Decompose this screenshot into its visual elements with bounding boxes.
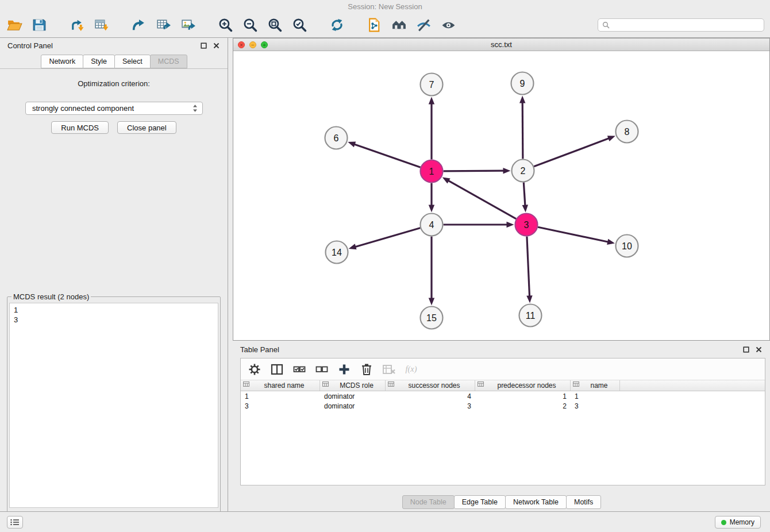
export-table-button[interactable] <box>155 17 172 34</box>
memory-button-label: Memory <box>730 518 754 526</box>
deselect-all-icon <box>314 362 329 377</box>
panel-menu-button[interactable] <box>7 516 23 529</box>
window-title: Session: New Session <box>348 2 422 11</box>
refresh-view-button[interactable] <box>328 17 345 34</box>
table-cell[interactable]: 3 <box>386 402 475 410</box>
close-window-icon[interactable]: × <box>238 41 245 48</box>
network-edge-2-8[interactable] <box>534 136 615 167</box>
network-node-7[interactable]: 7 <box>421 74 443 96</box>
column-header-successor-nodes[interactable]: successor nodes <box>386 380 475 391</box>
network-node-10[interactable]: 10 <box>616 235 638 257</box>
network-node-14[interactable]: 14 <box>326 241 348 264</box>
export-network-button[interactable] <box>130 17 147 34</box>
network-node-9[interactable]: 9 <box>511 72 534 95</box>
table-settings-gear-button[interactable] <box>247 361 262 377</box>
column-header-mcds-role[interactable]: MCDS role <box>320 380 386 391</box>
import-network-button[interactable] <box>68 17 85 34</box>
tab-edge-table[interactable]: Edge Table <box>454 495 506 509</box>
table-row[interactable]: 3dominator323 <box>241 401 765 411</box>
select-arrows-icon <box>192 104 198 113</box>
table-tabs: Node TableEdge TableNetwork TableMotifs <box>233 495 770 509</box>
add-row-button[interactable] <box>336 361 352 377</box>
zoom-out-button[interactable] <box>241 17 259 34</box>
clone-network-button[interactable] <box>365 17 383 34</box>
float-table-panel-icon[interactable] <box>742 346 750 353</box>
tab-motifs[interactable]: Motifs <box>566 495 601 509</box>
network-edge-4-15[interactable] <box>429 237 434 306</box>
show-column-button[interactable] <box>269 361 284 377</box>
save-session-button[interactable] <box>30 17 48 34</box>
tab-node-table[interactable]: Node Table <box>402 495 455 509</box>
close-table-panel-icon[interactable] <box>755 346 763 353</box>
float-panel-icon[interactable] <box>200 42 207 49</box>
network-edge-2-9[interactable] <box>519 95 525 159</box>
network-node-11[interactable]: 11 <box>519 304 542 327</box>
network-edge-3-10[interactable] <box>538 227 615 245</box>
open-session-button[interactable] <box>6 17 23 34</box>
tab-style[interactable]: Style <box>83 55 115 68</box>
table-cell[interactable]: 2 <box>475 402 571 410</box>
tab-mcds[interactable]: MCDS <box>150 55 187 68</box>
table-cell[interactable]: 1 <box>475 392 571 400</box>
network-edge-1-7[interactable] <box>429 97 434 160</box>
network-node-2[interactable]: 2 <box>512 160 534 182</box>
table-header: shared nameMCDS rolesuccessor nodesprede… <box>241 380 765 391</box>
delete-column-icon <box>382 362 396 377</box>
network-edge-1-2[interactable] <box>443 168 510 174</box>
network-overview-button[interactable] <box>390 17 407 34</box>
mcds-result-title: MCDS result (2 nodes) <box>11 292 91 301</box>
zoom-in-button[interactable] <box>217 17 234 34</box>
mcds-result-list[interactable]: 13 <box>9 303 218 508</box>
table-cell[interactable]: 1 <box>571 392 620 400</box>
zoom-fit-button[interactable] <box>266 17 283 34</box>
column-header-shared-name[interactable]: shared name <box>241 380 320 391</box>
network-node-1[interactable]: 1 <box>421 160 443 183</box>
optimization-criterion-select[interactable]: strongly connected component <box>25 102 203 115</box>
column-header-predecessor-nodes[interactable]: predecessor nodes <box>475 380 571 391</box>
network-edge-1-4[interactable] <box>429 183 434 213</box>
table-cell[interactable]: 3 <box>241 402 320 410</box>
zoom-selected-button[interactable] <box>291 17 308 34</box>
network-edge-2-3[interactable] <box>522 182 528 212</box>
network-node-8[interactable]: 8 <box>616 121 638 143</box>
tab-select[interactable]: Select <box>114 55 151 68</box>
table-cell[interactable]: 1 <box>241 392 320 400</box>
table-cell[interactable]: dominator <box>320 402 386 410</box>
close-panel-icon[interactable] <box>213 42 220 49</box>
network-canvas[interactable]: 7968124314101511 <box>233 51 769 340</box>
table-cell[interactable]: 4 <box>386 392 475 400</box>
table-cell[interactable]: dominator <box>320 392 386 400</box>
network-node-3[interactable]: 3 <box>515 214 538 236</box>
network-node-4[interactable]: 4 <box>421 214 443 236</box>
column-header-name[interactable]: name <box>571 380 620 391</box>
network-node-6[interactable]: 6 <box>325 127 348 149</box>
close-mcds-panel-button[interactable]: Close panel <box>117 121 176 134</box>
run-mcds-button[interactable]: Run MCDS <box>51 121 109 134</box>
export-image-button[interactable] <box>179 17 197 34</box>
network-node-15[interactable]: 15 <box>421 307 443 329</box>
table-cell[interactable]: 3 <box>571 402 620 410</box>
tab-network-table[interactable]: Network Table <box>505 495 567 509</box>
import-table-button[interactable] <box>93 17 110 34</box>
delete-rows-button[interactable] <box>359 361 374 377</box>
deselect-all-button[interactable] <box>314 361 329 377</box>
table-row[interactable]: 1dominator411 <box>241 391 765 401</box>
select-all-button[interactable] <box>291 361 307 377</box>
search-input[interactable] <box>613 21 760 29</box>
search-box[interactable] <box>598 18 764 32</box>
memory-button[interactable]: Memory <box>715 516 761 529</box>
tab-network[interactable]: Network <box>41 55 83 68</box>
function-builder-button: f(x) <box>403 361 419 377</box>
mcds-result-group: MCDS result (2 nodes) 13 <box>7 292 221 514</box>
network-edge-1-6[interactable] <box>348 141 420 167</box>
network-edge-3-11[interactable] <box>526 236 532 303</box>
function-builder-icon: f(x) <box>403 362 419 377</box>
network-edge-4-3[interactable] <box>444 222 514 228</box>
show-graphics-details-button[interactable] <box>440 17 457 34</box>
minimize-window-icon[interactable]: − <box>249 41 256 48</box>
network-edge-4-14[interactable] <box>349 228 421 250</box>
zoom-window-icon[interactable]: + <box>261 41 268 48</box>
network-edge-3-1[interactable] <box>442 178 516 219</box>
toggle-graphics-button[interactable] <box>415 17 432 34</box>
toolbar-separator <box>55 25 60 25</box>
